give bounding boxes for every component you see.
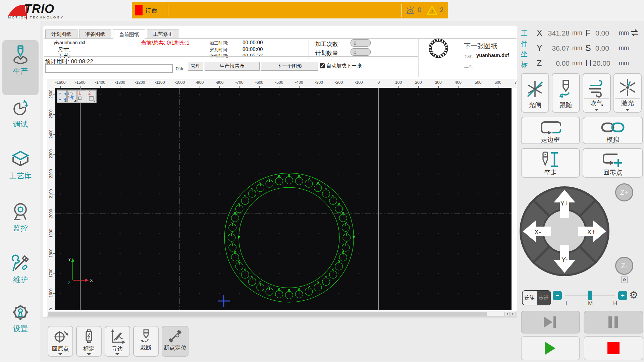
tool-label: 寻边 <box>112 345 123 353</box>
divider <box>44 56 418 57</box>
cad-viewport[interactable]: Y X Z 1 2 <box>55 88 512 310</box>
ruler-x-label: -1500 <box>75 80 86 85</box>
jog-x-minus-button[interactable]: X- <box>530 228 545 236</box>
manage-button[interactable]: 管理 <box>188 62 203 71</box>
sidebar-item-monitor[interactable]: 监控 <box>0 201 41 233</box>
follow-button[interactable]: 跟随 <box>552 73 580 113</box>
mode-continuous[interactable]: 连续 <box>523 291 537 305</box>
jog-settings-gear-icon[interactable]: ⚙ <box>621 277 628 283</box>
speed-plus-button[interactable]: + <box>618 291 627 300</box>
production-report-button[interactable]: 生产报告单 <box>205 62 260 71</box>
axis-value: 36.07 <box>545 44 570 52</box>
jog-x-plus-button[interactable]: X+ <box>584 228 599 236</box>
ruler-x-label: -1400 <box>95 80 105 85</box>
speed-settings-gear-icon[interactable]: ⚙ <box>629 289 638 301</box>
speed-mid-label: M <box>588 300 593 307</box>
warning-triangle-icon[interactable]: ! <box>426 5 438 15</box>
siren-icon[interactable] <box>405 6 415 15</box>
axis-letter: H <box>585 58 591 68</box>
coords-sync-icon[interactable] <box>630 29 640 37</box>
lead-in-mark <box>346 232 347 233</box>
jog-mode-toggle[interactable]: 连续 步进 <box>522 290 551 305</box>
jog-z-plus-button[interactable]: Z+ <box>615 183 633 201</box>
machine-toolbar: 回原点 标定 寻边 <box>48 326 189 357</box>
time-label: 加工时间: <box>210 40 228 46</box>
ruler-x-label: -900 <box>196 80 204 85</box>
jog-wheel[interactable]: Y+ X- X+ Y- <box>518 184 611 278</box>
tool-label: 标定 <box>83 345 95 353</box>
simulate-button[interactable]: 模拟 <box>583 117 643 144</box>
dry-run-icon <box>537 151 564 168</box>
jog-y-minus-button[interactable]: Y- <box>557 255 572 263</box>
scroll-left-button[interactable]: ◄ <box>504 312 510 316</box>
autoload-checkbox[interactable] <box>320 63 325 68</box>
ruler-x-label: -1000 <box>174 80 185 85</box>
laser-head-icon <box>10 44 31 66</box>
scrollbar-thumb[interactable] <box>48 312 487 316</box>
sidebar-item-process-library[interactable]: 工艺库 <box>0 149 41 181</box>
zoom-window-button[interactable] <box>58 90 67 102</box>
cut-off-button[interactable]: 裁断 <box>133 326 159 357</box>
tab-plan-drawings[interactable]: 计划图纸 <box>45 29 77 39</box>
plan-quantity-input[interactable] <box>351 48 371 56</box>
sidebar-item-debug[interactable]: 调试 <box>0 97 41 129</box>
autoload-label: 自动加载下一张 <box>326 63 362 69</box>
debug-clock-icon <box>10 97 31 119</box>
ruler-x-label: -100 <box>355 80 363 85</box>
ruler-y-label: 2400 <box>49 127 53 141</box>
next-graphic-button[interactable]: 下一个图形 <box>261 62 318 71</box>
axis-value: 0.00 <box>545 59 570 67</box>
cursor-crosshair <box>218 295 230 307</box>
return-origin-button[interactable]: 回原点 <box>48 326 73 357</box>
laser-button[interactable]: 激光 <box>613 73 642 113</box>
tab-process-correction[interactable]: 工艺修正 <box>147 29 179 39</box>
lead-in-mark <box>234 212 236 214</box>
lead-in-mark <box>238 203 240 204</box>
chevron-down-icon <box>595 109 599 111</box>
edge-seek-button[interactable]: 寻边 <box>105 326 130 357</box>
tab-prepared-drawings[interactable]: 准备图纸 <box>79 29 111 39</box>
ruler-y-label: 2600 <box>49 88 53 101</box>
axis-unit: mm <box>619 60 629 67</box>
ruler-y-label: 2000 <box>49 207 53 220</box>
stop-button[interactable] <box>584 336 643 360</box>
step-forward-button[interactable] <box>521 311 580 334</box>
calibrate-button[interactable]: 标定 <box>76 326 102 357</box>
mark-point-1-button[interactable]: 1 <box>77 90 86 102</box>
mode-step[interactable]: 步进 <box>537 291 551 305</box>
home-origin-icon <box>52 328 68 344</box>
return-zero-button[interactable]: 回零点 <box>583 148 643 178</box>
shutter-button[interactable]: 光闸 <box>521 73 549 113</box>
speed-slider-thumb[interactable] <box>588 291 592 300</box>
progress-bar <box>45 64 173 73</box>
workpiece-coords-title: 工 件 坐 标 <box>521 28 528 70</box>
control-label: 走边框 <box>541 135 560 144</box>
air-blow-button[interactable]: 吹气 <box>583 73 611 113</box>
frame-outline-icon <box>537 119 564 135</box>
jog-y-plus-button[interactable]: Y+ <box>557 199 572 207</box>
pause-button[interactable] <box>584 311 643 334</box>
sidebar-item-production[interactable]: 生产 <box>0 44 41 76</box>
lead-in-mark <box>244 195 246 196</box>
horizontal-scrollbar[interactable]: ◄ ► <box>47 311 517 317</box>
select-button[interactable] <box>67 90 76 102</box>
lead-in-mark <box>288 289 290 291</box>
process-count-input[interactable] <box>351 39 371 47</box>
tab-current-drawing[interactable]: 当前图纸 <box>113 29 145 39</box>
speed-minus-button[interactable]: − <box>553 291 562 300</box>
ruler-y-label: 2200 <box>49 167 53 180</box>
scroll-right-button[interactable]: ► <box>511 312 516 316</box>
breakpoint-locate-button[interactable]: 断点定位 <box>162 326 189 357</box>
dry-run-button[interactable]: 空走 <box>521 148 580 178</box>
sidebar-item-maintenance[interactable]: 维护 <box>0 253 41 285</box>
sidebar-item-settings[interactable]: 设置 <box>0 302 41 334</box>
mark-point-2-button[interactable]: 2 <box>87 90 96 102</box>
next-drawing-thumbnail <box>426 36 451 60</box>
gear-icon <box>10 302 31 323</box>
jog-z-minus-button[interactable]: Z- <box>615 257 633 275</box>
run-frame-button[interactable]: 走边框 <box>521 117 580 144</box>
process-count-label: 加工次数 <box>315 40 338 48</box>
ruler-x-label: -600 <box>255 80 263 85</box>
axis-letter: F <box>585 28 590 38</box>
start-button[interactable] <box>521 336 580 360</box>
